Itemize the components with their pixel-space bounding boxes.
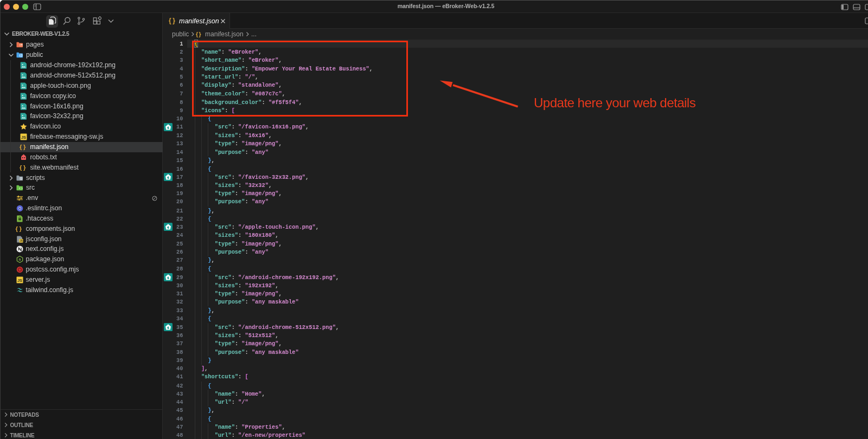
svg-text:JS: JS [17, 278, 22, 283]
svg-text:JS: JS [20, 240, 23, 242]
svg-text:n: n [18, 257, 21, 261]
svg-text:JS: JS [21, 135, 26, 140]
